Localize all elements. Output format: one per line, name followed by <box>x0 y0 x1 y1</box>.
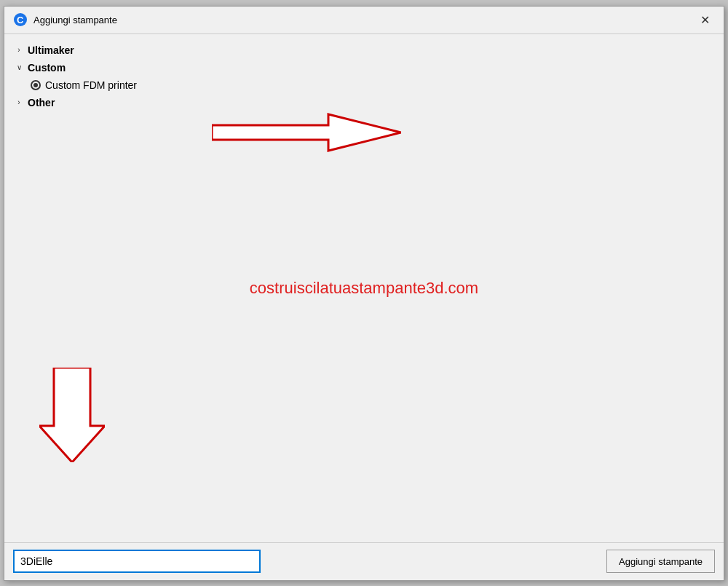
tree-item-ultimaker[interactable]: › Ultimaker <box>4 41 724 59</box>
tree-label-custom: Custom <box>28 62 66 74</box>
footer: Aggiungi stampante <box>4 542 724 580</box>
radio-custom-fdm[interactable] <box>31 80 41 90</box>
watermark-text: costruiscilatuastampante3d.com <box>250 279 478 298</box>
tree-label-other: Other <box>28 97 55 108</box>
chevron-ultimaker: › <box>13 44 25 56</box>
title-bar: C Aggiungi stampante ✕ <box>4 7 724 34</box>
chevron-custom: ∨ <box>13 62 25 74</box>
svg-marker-3 <box>39 368 105 462</box>
printer-name-input[interactable] <box>13 550 261 573</box>
tree-child-custom-fdm[interactable]: Custom FDM printer <box>4 76 724 94</box>
chevron-other: › <box>13 97 25 108</box>
tree-label-ultimaker: Ultimaker <box>28 44 74 56</box>
app-icon: C <box>13 12 28 27</box>
content-area: › Ultimaker ∨ Custom Custom FDM printer … <box>4 34 724 542</box>
tree-item-custom[interactable]: ∨ Custom <box>4 59 724 76</box>
close-icon: ✕ <box>700 13 710 27</box>
tree-item-other[interactable]: › Other <box>4 94 724 111</box>
window-title: Aggiungi stampante <box>33 15 117 25</box>
svg-marker-2 <box>212 114 401 151</box>
add-printer-label: Aggiungi stampante <box>619 556 703 567</box>
arrow-right-annotation <box>212 111 401 154</box>
main-window: C Aggiungi stampante ✕ › Ultimaker ∨ Cus… <box>4 6 724 581</box>
svg-text:C: C <box>17 15 24 25</box>
title-bar-left: C Aggiungi stampante <box>13 12 117 27</box>
tree-child-label-custom-fdm: Custom FDM printer <box>45 79 137 91</box>
close-button[interactable]: ✕ <box>695 9 715 30</box>
arrow-down-annotation <box>39 368 105 462</box>
add-printer-button[interactable]: Aggiungi stampante <box>606 550 715 573</box>
